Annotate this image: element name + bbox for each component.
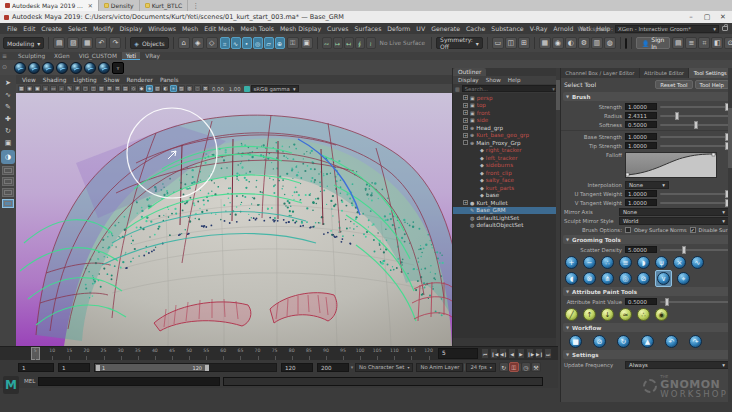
outliner-search-input[interactable]: Search...▾ xyxy=(462,85,558,92)
brush-strength-value-field[interactable]: 1.0000 xyxy=(625,103,657,110)
expand-toggle-icon[interactable]: - xyxy=(463,140,468,145)
noise-brush-icon[interactable]: ∿ xyxy=(691,256,704,269)
menu-arnold[interactable]: Arnold xyxy=(550,25,576,32)
expand-toggle-icon[interactable]: + xyxy=(463,118,468,123)
viewport-menu-shading[interactable]: Shading xyxy=(40,77,70,83)
menu-surfaces[interactable]: Surfaces xyxy=(352,25,385,32)
gate-mask-icon[interactable]: ▥ xyxy=(98,85,105,92)
exposure-value[interactable]: 0.00 xyxy=(210,86,226,92)
expand-toggle-icon[interactable]: + xyxy=(463,95,468,100)
lower-attr-icon[interactable]: ↓ xyxy=(601,308,614,321)
refresh-tool-icon[interactable]: ↻ xyxy=(617,335,630,348)
brush-radius-slider[interactable] xyxy=(660,115,729,117)
bookmark-icon[interactable]: ⌗ xyxy=(42,85,49,92)
outliner-layout-button[interactable] xyxy=(2,199,14,208)
outliner-item-side[interactable]: +▣side xyxy=(453,117,560,125)
sculpt-brush-icon[interactable]: ◗ xyxy=(637,256,650,269)
custom-history-icon[interactable]: ≀ xyxy=(366,37,376,49)
step-forward-frame-button[interactable]: ▶❙ xyxy=(535,348,543,359)
comb-brush-icon[interactable]: ≡ xyxy=(619,256,632,269)
u-tangent-weight-value-field[interactable]: 1.0000 xyxy=(625,190,657,197)
move-tool-icon[interactable]: ✚ xyxy=(2,114,14,125)
reset-tool-button[interactable]: Reset Tool xyxy=(655,80,692,89)
select-brush-selection[interactable]: ∨ xyxy=(655,270,672,287)
viewport-canvas[interactable] xyxy=(16,93,452,346)
yeti-sculpt-icon[interactable] xyxy=(70,62,82,74)
menu-substance[interactable]: Substance xyxy=(488,25,526,32)
redo-icon[interactable]: ↷ xyxy=(109,37,121,49)
fps-dropdown[interactable]: 24 fps▾ xyxy=(466,363,495,372)
step-forward-key-button[interactable]: ❙▶ xyxy=(526,348,534,359)
menu-file[interactable]: File xyxy=(4,25,20,32)
select-tool-icon[interactable]: ➤ xyxy=(2,78,14,89)
attribute-paint-section-header[interactable]: ▼Attribute Paint Tools xyxy=(563,287,730,296)
shelf-tab-xgen[interactable]: XGen xyxy=(50,52,74,60)
outliner-item-front_clip[interactable]: ◆front_clip xyxy=(453,169,560,177)
four-pane-icon[interactable]: ⊞ xyxy=(518,37,530,49)
v-tangent-weight-slider[interactable] xyxy=(660,202,729,204)
brush-base-strength-value-field[interactable]: 1.0000 xyxy=(625,133,657,140)
mel-label[interactable]: MEL xyxy=(24,378,35,384)
yeti-add-groom-icon[interactable] xyxy=(42,62,54,74)
minimize-button[interactable]: – xyxy=(684,13,698,21)
character-set-dropdown[interactable]: No Character Set▾ xyxy=(355,363,413,372)
lock-selection-icon[interactable]: ⚿ xyxy=(287,37,299,49)
grid-toggle-icon[interactable]: # xyxy=(74,85,81,92)
play-forwards-button[interactable]: ▶ xyxy=(517,348,525,359)
outliner-item-head_grp[interactable]: +⊕Head_grp xyxy=(453,124,560,132)
frame-tool-icon[interactable]: ■ xyxy=(569,335,582,348)
render-setup-icon[interactable]: ⚙ xyxy=(578,37,590,49)
highlight-selection-icon[interactable]: ▣ xyxy=(301,37,313,49)
outliner-item-top[interactable]: +▣top xyxy=(453,102,560,110)
disable-surface-collision-checkbox[interactable]: ✓ xyxy=(690,227,696,233)
cut-brush-icon[interactable]: × xyxy=(673,256,686,269)
image-plane-icon[interactable]: ▭ xyxy=(50,85,57,92)
menu-modify[interactable]: Modify xyxy=(90,25,117,32)
viewport-menu-show[interactable]: Show xyxy=(101,77,123,83)
shelf-gear-icon[interactable]: ⊙ xyxy=(2,63,7,70)
playback-options-icon[interactable]: ⚒ xyxy=(531,362,541,372)
animation-prefs-icon[interactable]: ◷ xyxy=(521,362,531,372)
outliner-menu-display[interactable]: Display xyxy=(455,76,482,84)
shelf-menu-icon[interactable]: ≡ xyxy=(2,52,7,59)
color-management-toggle[interactable] xyxy=(244,86,250,92)
snap-projected-center-icon[interactable]: ◎ xyxy=(253,37,263,49)
window-tab-kurt-btlc[interactable]: Kurt_BTLC xyxy=(140,0,189,11)
shadows-icon[interactable]: ◐ xyxy=(162,85,169,92)
textured-mode-icon[interactable]: ◈ xyxy=(146,85,153,92)
sign-in-button[interactable]: 👤Sign In xyxy=(636,37,671,49)
select-hierarchy-icon[interactable]: ⌂ xyxy=(178,37,190,49)
preferences-icon[interactable]: ⊙ xyxy=(724,37,732,49)
obey-surface-norms-checkbox[interactable] xyxy=(625,227,631,233)
sculpt-mirror-dropdown[interactable]: World▾ xyxy=(619,217,729,225)
multisample-aa-icon[interactable]: ◍ xyxy=(186,85,193,92)
yeti-comb-icon[interactable] xyxy=(56,62,68,74)
go-to-end-button[interactable]: ⏭ xyxy=(544,348,552,359)
scatter-density-value-field[interactable]: 5.0000 xyxy=(625,246,657,253)
outliner-item-kurt_base_geo_grp[interactable]: +⊕Kurt_base_geo_grp xyxy=(453,132,560,140)
yeti-utility-icon[interactable] xyxy=(84,62,96,74)
sample-attr-icon[interactable]: ◉ xyxy=(655,308,668,321)
xray-icon[interactable]: ⊠ xyxy=(202,85,209,92)
yeti-create-node-icon[interactable] xyxy=(28,62,40,74)
density-brush-icon[interactable]: ∴ xyxy=(601,256,614,269)
screen-space-ao-icon[interactable]: ✳ xyxy=(170,85,177,92)
update-frequency-dropdown[interactable]: Always▾ xyxy=(625,361,729,369)
tab-tool-settings[interactable]: Tool Settings xyxy=(689,68,732,78)
tab-attribute-editor[interactable]: Attribute Editor xyxy=(640,68,690,78)
groom-brush-tool-icon[interactable]: ◑ xyxy=(1,150,15,164)
outliner-item-base[interactable]: ◆base xyxy=(453,192,560,200)
playback-end-field[interactable]: 120 xyxy=(281,363,313,372)
undo-icon[interactable]: ↶ xyxy=(95,37,107,49)
maximize-button[interactable]: ▢ xyxy=(700,13,714,21)
snap-grid-icon[interactable]: ⌗ xyxy=(220,37,230,49)
outliner-item-kurt_mullet[interactable]: +●Kurt_Mullet xyxy=(453,199,560,207)
no-live-surface-label[interactable]: No Live Surface xyxy=(378,40,428,46)
paint-select-tool-icon[interactable]: ✎ xyxy=(2,102,14,113)
workflow-section-header[interactable]: ▼Workflow xyxy=(563,323,730,332)
save-scene-icon[interactable]: ▦ xyxy=(81,37,93,49)
anim-layer-field[interactable]: No Anim Layer xyxy=(416,363,463,372)
go-to-start-button[interactable]: ⏮ xyxy=(481,348,489,359)
outliner-item-defaultlightset[interactable]: ◍defaultLightSet xyxy=(453,214,560,222)
expand-toggle-icon[interactable]: + xyxy=(463,110,468,115)
